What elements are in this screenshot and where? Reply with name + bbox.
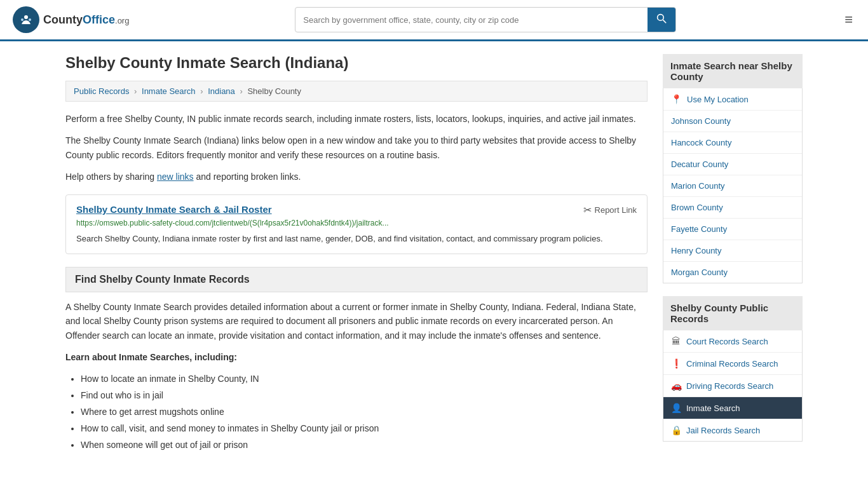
morgan-county-link[interactable]: Morgan County <box>663 262 802 283</box>
use-location-link[interactable]: 📍 Use My Location <box>663 88 802 110</box>
inmate-search-label: Inmate Search <box>686 403 740 413</box>
sidebar-item-fayette[interactable]: Fayette County <box>663 219 802 240</box>
search-input[interactable] <box>295 10 648 30</box>
main-container: Shelby County Inmate Search (Indiana) Pu… <box>53 41 815 468</box>
jail-records-icon: 🔒 <box>671 425 681 435</box>
sidebar-public-records-list: 🏛 Court Records Search ❗ Criminal Record… <box>663 330 803 442</box>
resource-title[interactable]: Shelby County Inmate Search & Jail Roste… <box>76 204 272 215</box>
search-box <box>295 7 676 32</box>
intro3-pre: Help others by sharing <box>65 172 157 182</box>
resource-description: Search Shelby County, Indiana inmate ros… <box>76 233 637 245</box>
decatur-county-label: Decatur County <box>671 159 728 169</box>
intro-paragraph-2: The Shelby County Inmate Search (Indiana… <box>65 133 648 162</box>
sidebar-item-criminal-records[interactable]: ❗ Criminal Records Search <box>663 353 802 375</box>
breadcrumb-indiana[interactable]: Indiana <box>208 86 235 96</box>
jail-records-label: Jail Records Search <box>686 426 760 435</box>
sidebar-item-inmate-search[interactable]: 👤 Inmate Search <box>663 397 802 419</box>
sidebar-item-brown[interactable]: Brown County <box>663 197 802 219</box>
new-links-link[interactable]: new links <box>157 172 194 182</box>
sidebar-nearby-list: 📍 Use My Location Johnson County Hancock… <box>663 88 803 283</box>
svg-point-1 <box>24 15 28 19</box>
svg-point-4 <box>658 15 664 21</box>
criminal-records-icon: ❗ <box>671 358 681 369</box>
breadcrumb-current: Shelby County <box>247 86 301 96</box>
jail-records-link[interactable]: 🔒 Jail Records Search <box>663 419 802 441</box>
report-link-label: Report Link <box>595 205 637 215</box>
inmate-search-link[interactable]: 👤 Inmate Search <box>663 397 802 419</box>
sidebar-item-johnson[interactable]: Johnson County <box>663 111 802 132</box>
find-section-heading: Find Shelby County Inmate Records <box>65 267 648 292</box>
report-icon: ✂ <box>583 204 592 216</box>
sidebar-item-morgan[interactable]: Morgan County <box>663 262 802 283</box>
intro3-post: and reporting broken links. <box>194 172 301 182</box>
logo-icon <box>13 6 39 33</box>
johnson-county-link[interactable]: Johnson County <box>663 111 802 132</box>
court-records-link[interactable]: 🏛 Court Records Search <box>663 330 802 352</box>
breadcrumb: Public Records › Inmate Search › Indiana… <box>65 81 648 102</box>
resource-card: Shelby County Inmate Search & Jail Roste… <box>65 194 648 255</box>
breadcrumb-inmate-search[interactable]: Inmate Search <box>142 86 196 96</box>
marion-county-label: Marion County <box>671 181 725 191</box>
page-title: Shelby County Inmate Search (Indiana) <box>65 54 648 72</box>
sidebar-item-jail-records[interactable]: 🔒 Jail Records Search <box>663 419 802 441</box>
henry-county-link[interactable]: Henry County <box>663 240 802 261</box>
learn-list: How to locate an inmate in Shelby County… <box>81 372 648 452</box>
sidebar-use-location[interactable]: 📍 Use My Location <box>663 88 802 111</box>
brown-county-label: Brown County <box>671 203 723 212</box>
sidebar-item-marion[interactable]: Marion County <box>663 175 802 197</box>
brown-county-link[interactable]: Brown County <box>663 197 802 218</box>
find-section-body: A Shelby County Inmate Search provides d… <box>65 300 648 452</box>
use-location-label: Use My Location <box>687 95 749 104</box>
driving-records-link[interactable]: 🚗 Driving Records Search <box>663 375 802 396</box>
svg-line-5 <box>663 20 667 23</box>
logo-text: CountyOffice.org <box>43 13 129 27</box>
sidebar: Inmate Search near Shelby County 📍 Use M… <box>663 54 803 455</box>
sidebar-item-henry[interactable]: Henry County <box>663 240 802 262</box>
search-area <box>295 7 676 32</box>
location-icon: 📍 <box>671 94 682 104</box>
decatur-county-link[interactable]: Decatur County <box>663 154 802 175</box>
resource-url: https://omsweb.public-safety-cloud.com/j… <box>76 219 637 227</box>
learn-heading: Learn about Inmate Searches, including: <box>65 350 648 364</box>
svg-point-3 <box>29 18 31 21</box>
fayette-county-label: Fayette County <box>671 224 727 234</box>
list-item: How to locate an inmate in Shelby County… <box>81 372 648 386</box>
header: CountyOffice.org ≡ <box>0 0 868 41</box>
court-records-icon: 🏛 <box>671 336 681 346</box>
sidebar-nearby-title: Inmate Search near Shelby County <box>663 54 803 88</box>
hancock-county-link[interactable]: Hancock County <box>663 132 802 153</box>
find-body-text: A Shelby County Inmate Search provides d… <box>65 300 648 342</box>
svg-point-0 <box>18 12 34 27</box>
sidebar-public-records-title: Shelby County Public Records <box>663 296 803 330</box>
inmate-search-icon: 👤 <box>671 403 681 413</box>
breadcrumb-public-records[interactable]: Public Records <box>74 86 129 96</box>
hancock-county-label: Hancock County <box>671 138 731 147</box>
intro-paragraph-3: Help others by sharing new links and rep… <box>65 170 648 184</box>
sidebar-item-hancock[interactable]: Hancock County <box>663 132 802 154</box>
resource-card-header: Shelby County Inmate Search & Jail Roste… <box>76 204 637 216</box>
list-item: When someone will get out of jail or pri… <box>81 438 648 452</box>
court-records-label: Court Records Search <box>686 337 768 346</box>
list-item: How to call, visit, and send money to in… <box>81 422 648 435</box>
sidebar-item-decatur[interactable]: Decatur County <box>663 154 802 175</box>
content-area: Shelby County Inmate Search (Indiana) Pu… <box>65 54 648 455</box>
criminal-records-link[interactable]: ❗ Criminal Records Search <box>663 353 802 374</box>
morgan-county-label: Morgan County <box>671 268 728 277</box>
fayette-county-link[interactable]: Fayette County <box>663 219 802 240</box>
driving-records-icon: 🚗 <box>671 381 681 391</box>
menu-button[interactable]: ≡ <box>842 9 855 30</box>
logo-area: CountyOffice.org <box>13 6 129 33</box>
search-button[interactable] <box>648 8 675 32</box>
driving-records-label: Driving Records Search <box>686 381 773 391</box>
johnson-county-label: Johnson County <box>671 116 731 126</box>
criminal-records-label: Criminal Records Search <box>686 359 778 369</box>
marion-county-link[interactable]: Marion County <box>663 175 802 196</box>
report-link[interactable]: ✂ Report Link <box>583 204 637 216</box>
henry-county-label: Henry County <box>671 246 721 255</box>
svg-point-2 <box>21 18 24 21</box>
sidebar-item-court-records[interactable]: 🏛 Court Records Search <box>663 330 802 353</box>
intro-paragraph-1: Perform a free Shelby County, IN public … <box>65 112 648 126</box>
list-item: Where to get arrest mugshots online <box>81 405 648 419</box>
list-item: Find out who is in jail <box>81 389 648 402</box>
sidebar-item-driving-records[interactable]: 🚗 Driving Records Search <box>663 375 802 397</box>
